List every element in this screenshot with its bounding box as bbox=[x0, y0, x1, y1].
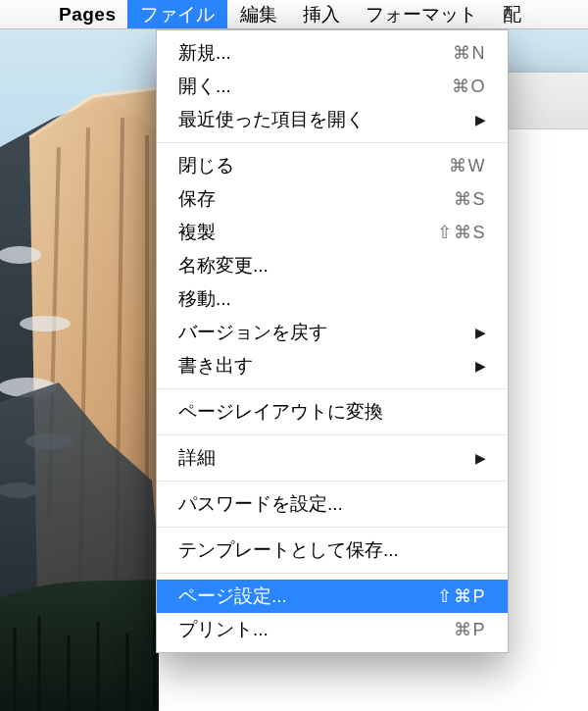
menu-item[interactable]: 閉じる⌘W bbox=[157, 149, 508, 182]
menu-item[interactable]: テンプレートとして保存... bbox=[157, 533, 508, 567]
menu-item-label: 名称変更... bbox=[178, 253, 269, 279]
submenu-arrow-icon: ▶ bbox=[475, 358, 486, 374]
menu-item-label: ページ設定... bbox=[178, 584, 287, 609]
application-menu[interactable]: Pages bbox=[47, 4, 127, 25]
menu-item[interactable]: 移動... bbox=[157, 282, 508, 316]
menu-item-label: プリント... bbox=[178, 617, 269, 642]
menu-item-shortcut: ⇧⌘S bbox=[437, 222, 486, 243]
desktop: 新規...⌘N開く...⌘O最近使った項目を開く▶閉じる⌘W保存⌘S複製⇧⌘S名… bbox=[0, 29, 588, 711]
menubar: Pages ファイル編集挿入フォーマット配 bbox=[0, 0, 588, 29]
menu-item-label: 開く... bbox=[178, 74, 231, 99]
menu-item-shortcut: ⌘S bbox=[454, 188, 486, 210]
menu-item-label: テンプレートとして保存... bbox=[178, 537, 399, 563]
submenu-arrow-icon: ▶ bbox=[475, 325, 486, 340]
menu-item-label: 複製 bbox=[178, 220, 216, 245]
menubar-item-3[interactable]: フォーマット bbox=[353, 0, 490, 28]
menu-item[interactable]: 名称変更... bbox=[157, 249, 508, 282]
menu-item-label: 詳細 bbox=[178, 445, 216, 471]
svg-point-2 bbox=[20, 316, 71, 331]
menubar-item-2[interactable]: 挿入 bbox=[290, 0, 353, 28]
file-menu-dropdown: 新規...⌘N開く...⌘O最近使った項目を開く▶閉じる⌘W保存⌘S複製⇧⌘S名… bbox=[156, 29, 509, 653]
menu-separator bbox=[158, 481, 507, 482]
menu-item-label: 移動... bbox=[178, 286, 231, 312]
menubar-item-1[interactable]: 編集 bbox=[227, 0, 290, 28]
menu-item[interactable]: 保存⌘S bbox=[157, 182, 508, 216]
menubar-item-0[interactable]: ファイル bbox=[127, 0, 227, 28]
menu-item[interactable]: ページ設定...⇧⌘P bbox=[157, 580, 508, 613]
menu-item-label: パスワードを設定... bbox=[178, 491, 343, 517]
menu-item[interactable]: 複製⇧⌘S bbox=[157, 216, 508, 249]
menu-item[interactable]: 最近使った項目を開く▶ bbox=[157, 103, 508, 136]
menu-item-label: 書き出す bbox=[178, 353, 253, 379]
menu-separator bbox=[158, 434, 507, 435]
menu-item[interactable]: 書き出す▶ bbox=[157, 349, 508, 382]
submenu-arrow-icon: ▶ bbox=[475, 112, 486, 127]
menu-item[interactable]: 新規...⌘N bbox=[157, 36, 508, 70]
menu-separator bbox=[158, 388, 507, 389]
menu-item-shortcut: ⌘N bbox=[453, 42, 486, 64]
menu-separator bbox=[158, 142, 507, 143]
menu-item-shortcut: ⇧⌘P bbox=[437, 585, 486, 607]
svg-point-1 bbox=[0, 246, 41, 264]
menu-item[interactable]: ページレイアウトに変換 bbox=[157, 395, 508, 429]
menu-item-shortcut: ⌘W bbox=[449, 155, 486, 177]
menu-item[interactable]: 詳細▶ bbox=[157, 441, 508, 475]
menu-item-label: 閉じる bbox=[178, 153, 234, 178]
menu-item[interactable]: 開く...⌘O bbox=[157, 70, 508, 103]
menu-item-label: ページレイアウトに変換 bbox=[178, 399, 383, 425]
menu-item-shortcut: ⌘P bbox=[454, 619, 486, 640]
menu-item[interactable]: プリント...⌘P bbox=[157, 613, 508, 646]
menu-item-label: 最近使った項目を開く bbox=[178, 107, 365, 132]
submenu-arrow-icon: ▶ bbox=[475, 450, 486, 466]
menu-item-shortcut: ⌘O bbox=[452, 76, 486, 97]
menu-item[interactable]: パスワードを設定... bbox=[157, 487, 508, 521]
menu-item[interactable]: バージョンを戻す▶ bbox=[157, 316, 508, 349]
menubar-item-4[interactable]: 配 bbox=[490, 0, 534, 28]
menu-item-label: 保存 bbox=[178, 186, 216, 212]
menu-separator bbox=[158, 527, 507, 528]
menu-item-label: バージョンを戻す bbox=[178, 320, 327, 345]
menu-item-label: 新規... bbox=[178, 40, 231, 66]
menu-separator bbox=[158, 573, 507, 574]
